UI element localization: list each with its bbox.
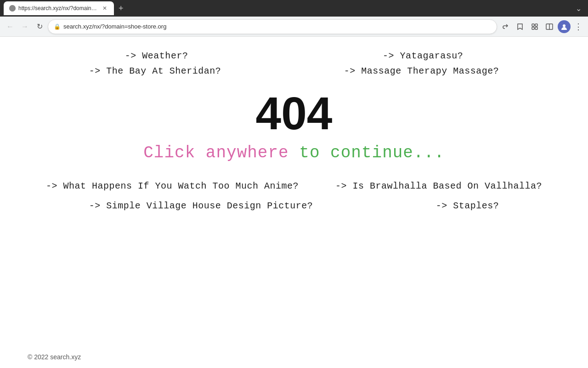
click-word: Click anywhere [143, 144, 299, 162]
extensions-button[interactable] [528, 20, 541, 33]
address-bar-row: ← → ↻ 🔒 search.xyz/nx/?domain=shoe-store… [0, 17, 588, 37]
reload-button[interactable]: ↻ [33, 20, 46, 33]
browser-chrome: https://search.xyz/nx/?domain=... ✕ + ⌄ [0, 0, 588, 17]
share-button[interactable] [499, 20, 512, 33]
chrome-menu-button[interactable]: ⋮ [572, 22, 584, 32]
bookmark-button[interactable] [514, 20, 526, 33]
tab-close-button[interactable]: ✕ [101, 5, 108, 12]
tab-bar: https://search.xyz/nx/?domain=... ✕ + [4, 1, 571, 15]
suggestions-row-top: -> Weather? -> Yatagarasu? [0, 37, 588, 66]
error-code: 404 [143, 90, 445, 136]
suggestion-brawlhalla[interactable]: -> Is Brawlhalla Based On Vallhalla? [335, 181, 542, 191]
svg-rect-6 [535, 27, 537, 29]
split-screen-button[interactable] [543, 20, 556, 33]
click-anywhere-text: Click anywhere to continue... [143, 144, 445, 162]
tab-strip-controls: ⌄ [573, 4, 584, 13]
back-button[interactable]: ← [4, 20, 17, 33]
suggestion-weather[interactable]: -> Weather? [125, 51, 188, 61]
page-footer: © 2022 search.xyz [28, 353, 81, 361]
footer-copyright: © 2022 search.xyz [28, 353, 81, 361]
suggestions-row-third: -> What Happens If You Watch Too Much An… [0, 167, 588, 196]
new-tab-button[interactable]: + [116, 4, 126, 13]
url-text: search.xyz/nx/?domain=shoe-store.org [63, 23, 491, 30]
suggestions-row-second: -> The Bay At Sheridan? -> Massage Thera… [0, 66, 588, 86]
svg-rect-4 [535, 24, 537, 26]
svg-rect-3 [532, 24, 534, 26]
suggestion-staples[interactable]: -> Staples? [436, 201, 499, 211]
forward-button[interactable]: → [18, 20, 31, 33]
profile-button[interactable] [558, 20, 571, 33]
tab-title: https://search.xyz/nx/?domain=... [18, 5, 98, 12]
suggestion-massage-therapy[interactable]: -> Massage Therapy Massage? [344, 66, 499, 76]
error-section: 404 Click anywhere to continue... [143, 86, 445, 167]
suggestion-anime[interactable]: -> What Happens If You Watch Too Much An… [46, 181, 299, 191]
toolbar-actions: ⋮ [499, 20, 584, 33]
suggestions-row-fourth: -> Simple Village House Design Picture? … [0, 196, 588, 216]
active-tab[interactable]: https://search.xyz/nx/?domain=... ✕ [4, 1, 114, 15]
suggestion-bay-at-sheridan[interactable]: -> The Bay At Sheridan? [89, 66, 221, 76]
security-lock-icon: 🔒 [54, 23, 61, 30]
suggestion-yatagarasu[interactable]: -> Yatagarasu? [383, 51, 463, 61]
svg-rect-5 [532, 27, 534, 29]
suggestion-village-house[interactable]: -> Simple Village House Design Picture? [89, 201, 313, 211]
svg-point-9 [563, 24, 565, 27]
page-content[interactable]: -> Weather? -> Yatagarasu? -> The Bay At… [0, 37, 588, 368]
tab-favicon-icon [9, 5, 16, 12]
address-bar[interactable]: 🔒 search.xyz/nx/?domain=shoe-store.org [48, 19, 497, 34]
to-continue-phrase: to continue... [299, 144, 444, 162]
